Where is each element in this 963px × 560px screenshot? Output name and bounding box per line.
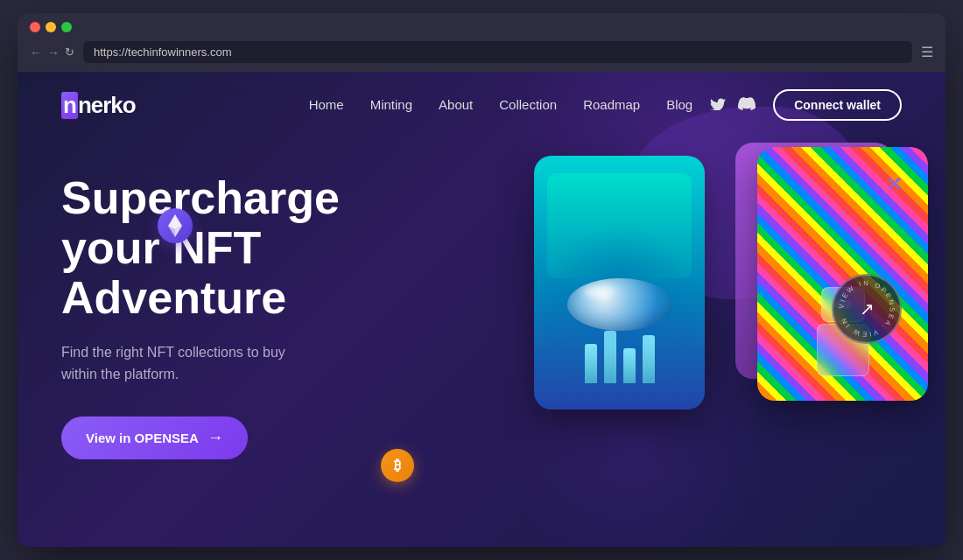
reload-button[interactable]: ↻ [65, 46, 74, 59]
x-decoration: ✕ [886, 173, 902, 196]
bitcoin-float-icon: ₿ [381, 449, 414, 482]
nav-social [710, 97, 756, 114]
nav-item-minting[interactable]: Minting [370, 97, 412, 113]
back-button[interactable]: ← [30, 46, 42, 60]
discord-icon[interactable] [738, 97, 756, 114]
traffic-lights [30, 22, 933, 32]
column-2 [604, 331, 616, 383]
traffic-light-red[interactable] [30, 22, 40, 32]
column-1 [585, 344, 597, 383]
opensea-badge-arrow-icon: ↗ [860, 298, 875, 319]
nav-item-roadmap[interactable]: Roadmap [583, 97, 640, 113]
browser-menu-button[interactable]: ☰ [921, 44, 933, 60]
hero-title: Supercharge your NFT Adventure [61, 173, 429, 324]
opensea-cta-button[interactable]: View in OPENSEA → [61, 416, 248, 459]
column-3 [623, 348, 636, 383]
address-bar[interactable] [83, 41, 912, 63]
hero-subtitle: Find the right NFT collections to buy wi… [61, 341, 324, 386]
opensea-cta-label: View in OPENSEA [86, 430, 199, 445]
connect-wallet-button[interactable]: Connect wallet [773, 89, 902, 121]
traffic-light-yellow[interactable] [46, 22, 56, 32]
nft-card-1[interactable] [534, 156, 705, 410]
logo-icon: n [61, 92, 78, 119]
traffic-light-green[interactable] [61, 22, 72, 32]
glass-orb [567, 278, 672, 331]
forward-button[interactable]: → [47, 46, 60, 60]
column-4 [643, 335, 655, 383]
nav-item-about[interactable]: About [439, 97, 473, 113]
browser-window: ← → ↻ ☰ nnerko Home Minting About Collec… [18, 13, 945, 547]
nav-item-collection[interactable]: Collection [499, 97, 557, 113]
hero-section: Supercharge your NFT Adventure Find the … [18, 138, 945, 543]
browser-toolbar: ← → ↻ ☰ [30, 41, 933, 72]
website-content: nnerko Home Minting About Collection Roa… [18, 72, 945, 547]
logo[interactable]: nnerko [61, 92, 136, 119]
opensea-badge-circle: VIEW IN OPENSEA. VIEW IN OPENSEA. ↗ [832, 274, 902, 344]
ethereum-float-icon [158, 208, 193, 243]
nav-links: Home Minting About Collection Roadmap Bl… [309, 97, 693, 113]
logo-text: nerko [78, 92, 136, 118]
hero-left: Supercharge your NFT Adventure Find the … [61, 156, 429, 459]
nav-item-home[interactable]: Home [309, 97, 344, 113]
nav-buttons: ← → ↻ [30, 46, 74, 60]
browser-chrome: ← → ↻ ☰ [18, 13, 945, 72]
opensea-badge[interactable]: VIEW IN OPENSEA. VIEW IN OPENSEA. ↗ [832, 274, 902, 344]
navbar: nnerko Home Minting About Collection Roa… [18, 72, 945, 138]
nav-item-blog[interactable]: Blog [666, 97, 692, 113]
nft-card-1-content [534, 156, 705, 410]
3d-columns [585, 331, 655, 383]
twitter-icon[interactable] [710, 97, 726, 114]
arrow-right-icon: → [207, 429, 223, 447]
